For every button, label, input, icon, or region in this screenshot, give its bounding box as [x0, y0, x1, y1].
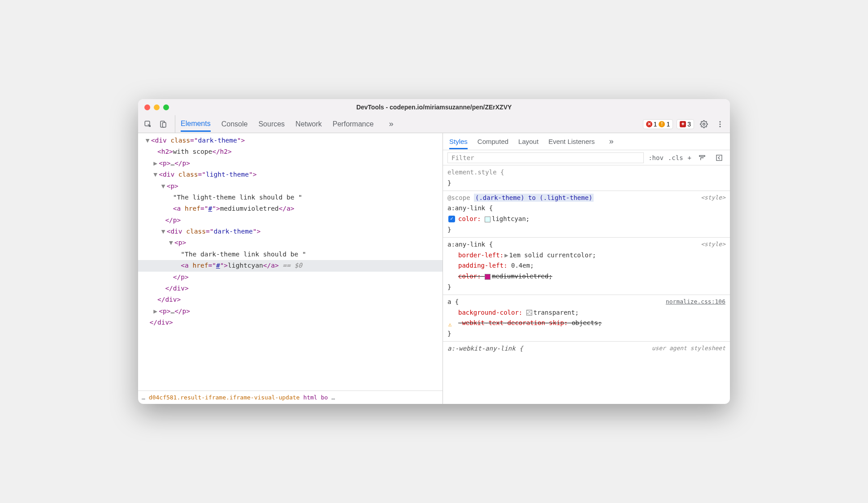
rule-scope: @scope (.dark-theme) to (.light-theme) — [447, 193, 725, 204]
rule-selector: a:any-link { — [447, 203, 725, 214]
error-count: 1 — [654, 121, 657, 128]
rule-close: } — [447, 329, 725, 339]
dom-node[interactable]: </p> — [138, 215, 443, 226]
format-icon[interactable] — [696, 152, 708, 164]
tab-elements[interactable]: Elements — [181, 116, 211, 132]
tab-network[interactable]: Network — [295, 117, 322, 132]
error-warning-badges[interactable]: ✕1 !1 — [643, 119, 673, 129]
style-rule[interactable]: <style> a:any-link { border-left:▶1em so… — [443, 238, 730, 295]
tab-console[interactable]: Console — [221, 117, 248, 132]
dom-node[interactable]: ▼<div class="dark-theme"> — [138, 226, 443, 237]
issues-count: 3 — [687, 121, 691, 128]
warning-icon: ⚠ — [448, 320, 452, 330]
style-rule[interactable]: <style> @scope (.dark-theme) to (.light-… — [443, 191, 730, 238]
new-rule-button[interactable]: + — [688, 154, 691, 161]
more-tabs-button[interactable]: » — [384, 119, 398, 129]
tab-event-listeners[interactable]: Event Listeners — [548, 134, 595, 149]
dom-node[interactable]: </p> — [138, 272, 443, 283]
dom-node[interactable]: ▶<p>…</p> — [138, 306, 443, 317]
rule-selector: a:any-link { — [447, 239, 725, 250]
devtools-window: DevTools - codepen.io/miriamsuzanne/pen/… — [138, 99, 730, 404]
dom-node[interactable]: ▼<div class="dark-theme"> — [138, 135, 443, 146]
dom-node[interactable]: </div> — [138, 317, 443, 328]
tab-performance[interactable]: Performance — [333, 117, 374, 132]
styles-panel: Styles Computed Layout Event Listeners »… — [443, 133, 730, 404]
svg-point-3 — [703, 123, 705, 125]
css-property[interactable]: background-color: transparent; — [447, 308, 725, 318]
styles-filter-input[interactable] — [447, 152, 644, 163]
dom-node[interactable]: ▼<p> — [138, 237, 443, 248]
issues-icon: ✦ — [680, 121, 686, 127]
breadcrumb-bar[interactable]: … d04cf581.result-iframe.iframe-visual-u… — [138, 390, 443, 404]
hov-toggle[interactable]: :hov — [648, 154, 664, 161]
cls-toggle[interactable]: .cls — [668, 154, 683, 161]
style-rule[interactable]: user agent stylesheet a:-webkit-any-link… — [443, 342, 730, 356]
rule-source-link[interactable]: normalize.css:106 — [666, 297, 725, 307]
dom-text-node[interactable]: "The light-theme link should be " — [138, 192, 443, 203]
dom-tree[interactable]: ▼<div class="dark-theme"> <h2>with scope… — [138, 133, 443, 390]
dom-text-node[interactable]: "The dark-theme link should be " — [138, 249, 443, 260]
css-property[interactable]: color: lightcyan; — [447, 214, 725, 225]
svg-point-5 — [720, 123, 721, 125]
close-window-button[interactable] — [144, 104, 150, 110]
tab-sources[interactable]: Sources — [258, 117, 285, 132]
dom-node[interactable]: <h2>with scope</h2> — [138, 146, 443, 157]
styles-toolbar: :hov .cls + — [443, 150, 730, 165]
breadcrumb-item[interactable]: bo — [321, 394, 328, 401]
rule-source: user agent stylesheet — [652, 343, 725, 353]
color-swatch[interactable] — [526, 310, 532, 316]
tab-layout[interactable]: Layout — [518, 134, 538, 149]
svg-rect-7 — [699, 155, 705, 156]
error-icon: ✕ — [646, 121, 652, 127]
main-toolbar: Elements Console Sources Network Perform… — [138, 115, 730, 133]
window-title: DevTools - codepen.io/miriamsuzanne/pen/… — [356, 104, 512, 111]
styles-rules-list[interactable]: element.style { } <style> @scope (.dark-… — [443, 165, 730, 404]
more-menu-icon[interactable] — [714, 118, 726, 130]
dom-node[interactable]: ▼<div class="light-theme"> — [138, 169, 443, 180]
warning-icon: ! — [659, 121, 665, 127]
svg-rect-8 — [716, 155, 722, 160]
breadcrumb-item[interactable]: d04cf581.result-iframe.iframe-visual-upd… — [149, 394, 300, 401]
style-rule[interactable]: element.style { } — [443, 165, 730, 191]
traffic-lights — [144, 104, 169, 110]
dom-node[interactable]: </div> — [138, 283, 443, 294]
sidebar-tabs: Styles Computed Layout Event Listeners » — [443, 133, 730, 150]
device-toggle-icon[interactable] — [157, 118, 169, 130]
settings-icon[interactable] — [698, 118, 710, 130]
css-property[interactable]: padding-left: 0.4em; — [447, 260, 725, 271]
property-checkbox[interactable] — [448, 216, 455, 222]
color-swatch[interactable] — [485, 274, 490, 280]
breadcrumb-ellipsis: … — [331, 394, 335, 401]
style-rule[interactable]: normalize.css:106 a { background-color: … — [443, 295, 730, 342]
breadcrumb-ellipsis[interactable]: … — [142, 394, 145, 401]
main-tabs: Elements Console Sources Network Perform… — [181, 116, 643, 132]
content-area: ▼<div class="dark-theme"> <h2>with scope… — [138, 133, 730, 404]
more-subtabs-button[interactable]: » — [605, 137, 618, 146]
rule-close: } — [447, 282, 725, 293]
minimize-window-button[interactable] — [154, 104, 160, 110]
dom-node[interactable]: ▶<p>…</p> — [138, 158, 443, 169]
issues-badge[interactable]: ✦3 — [677, 119, 694, 129]
css-property-overridden[interactable]: color: mediumvioletred; — [447, 271, 725, 282]
computed-toggle-icon[interactable] — [713, 152, 725, 164]
svg-point-6 — [720, 126, 721, 127]
rule-close: } — [447, 225, 725, 235]
tab-computed[interactable]: Computed — [477, 134, 508, 149]
warning-count: 1 — [666, 121, 670, 128]
rule-source[interactable]: <style> — [701, 193, 725, 203]
breadcrumb-item[interactable]: html — [303, 394, 317, 401]
css-property[interactable]: border-left:▶1em solid currentcolor; — [447, 250, 725, 261]
dom-node[interactable]: ▼<p> — [138, 181, 443, 192]
titlebar: DevTools - codepen.io/miriamsuzanne/pen/… — [138, 99, 730, 115]
svg-rect-2 — [163, 122, 166, 127]
rule-close: } — [447, 178, 725, 189]
dom-node[interactable]: </div> — [138, 294, 443, 305]
maximize-window-button[interactable] — [163, 104, 169, 110]
dom-node-selected[interactable]: <a href="#">lightcyan</a> == $0 — [138, 260, 443, 271]
tab-styles[interactable]: Styles — [449, 134, 468, 149]
inspect-element-icon[interactable] — [142, 118, 154, 130]
color-swatch[interactable] — [485, 217, 490, 222]
dom-node[interactable]: <a href="#">mediumvioletred</a> — [138, 203, 443, 214]
css-property-invalid[interactable]: ⚠-webkit-text-decoration-skip: objects; — [447, 318, 725, 329]
rule-source[interactable]: <style> — [701, 239, 725, 249]
